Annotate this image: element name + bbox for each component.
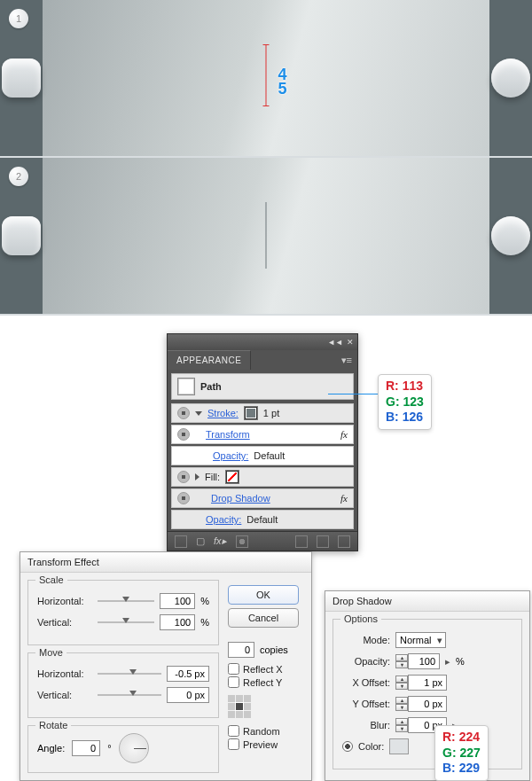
measure-line — [266, 44, 267, 106]
right-shape — [489, 0, 532, 156]
measure-guide: 45 — [266, 44, 267, 106]
illustration-strips: 1 45 2 — [0, 0, 532, 316]
step-badge-1: 1 — [9, 9, 28, 28]
step-badge-2: 2 — [9, 167, 28, 186]
right-shape — [489, 158, 532, 314]
strip-1: 1 45 — [0, 0, 532, 158]
result-stroke — [266, 202, 267, 269]
measure-label: 45 — [273, 66, 292, 94]
strip-2: 2 — [0, 158, 532, 316]
